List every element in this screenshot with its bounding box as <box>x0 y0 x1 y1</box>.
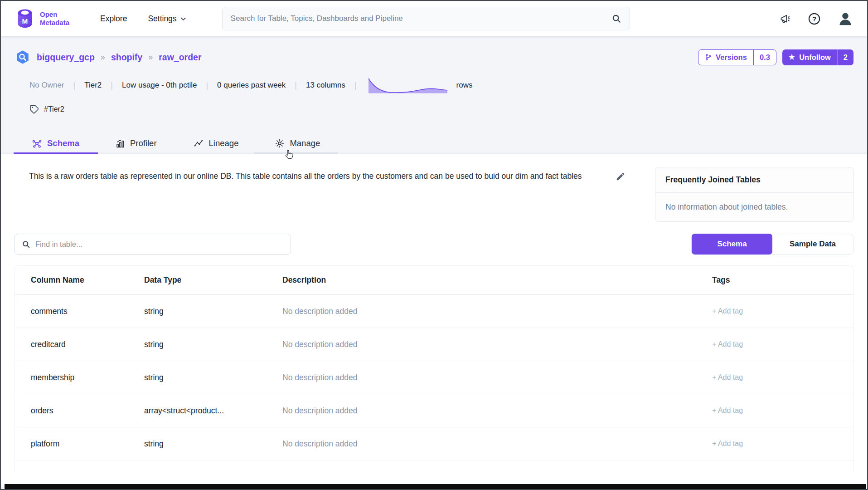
column-description: No description added <box>282 439 712 449</box>
chevron-down-icon <box>180 15 187 22</box>
table-row: comments string No description added + A… <box>15 295 853 328</box>
find-in-table <box>15 234 291 255</box>
table-row: orders array<struct<product... No descri… <box>15 394 853 427</box>
queries-label: 0 queries past week <box>217 81 286 90</box>
frequently-joined-card: Frequently Joined Tables No information … <box>655 167 853 222</box>
rows-label: rows <box>456 81 473 90</box>
add-tag-button[interactable]: + Add tag <box>712 307 837 315</box>
columns-count-label: 13 columns <box>306 81 345 90</box>
mouse-cursor <box>284 149 294 161</box>
tag-icon <box>29 104 39 114</box>
profiler-tab-icon <box>116 138 125 149</box>
column-type: string <box>144 439 282 449</box>
table-description: This is a raw orders table as represente… <box>29 170 606 182</box>
column-type-expandable[interactable]: array<struct<product... <box>144 406 282 416</box>
window-bottom-edge <box>5 484 866 489</box>
add-tag-button[interactable]: + Add tag <box>712 407 837 415</box>
breadcrumb-separator: » <box>148 53 153 62</box>
primary-nav: Explore Settings <box>100 14 187 24</box>
unfollow-button[interactable]: ★ Unfollow 2 <box>782 49 853 65</box>
col-header-name: Column Name <box>31 275 144 285</box>
announcements-button[interactable] <box>779 13 791 25</box>
column-description: No description added <box>282 307 712 316</box>
search-icon <box>22 240 30 249</box>
unfollow-label: Unfollow <box>799 53 831 62</box>
columns-table: Column Name Data Type Description Tags c… <box>15 265 853 472</box>
description-block: This is a raw orders table as represente… <box>15 170 655 183</box>
user-avatar-icon <box>837 10 853 27</box>
versions-label: Versions <box>716 53 747 62</box>
column-name: membership <box>31 373 144 382</box>
usage-label: Low usage - 0th pctile <box>122 81 197 90</box>
star-icon: ★ <box>789 54 795 61</box>
edit-description-button[interactable] <box>616 172 626 183</box>
search-icon[interactable] <box>611 14 621 24</box>
tab-lineage[interactable]: Lineage <box>188 138 244 148</box>
help-button[interactable]: ? <box>808 12 821 25</box>
followers-count[interactable]: 2 <box>837 49 853 65</box>
openmetadata-logo[interactable]: M Open Metadata <box>15 8 69 29</box>
entity-meta-row: No Owner | Tier2 | Low usage - 0th pctil… <box>15 76 853 94</box>
table-header-row: Column Name Data Type Description Tags <box>15 266 853 295</box>
version-value: 0.3 <box>753 50 776 65</box>
breadcrumb-schema[interactable]: shopify <box>111 52 142 63</box>
tier-label: Tier2 <box>84 81 102 90</box>
nav-settings[interactable]: Settings <box>148 14 186 24</box>
tab-profiler[interactable]: Profiler <box>110 138 162 149</box>
col-header-type: Data Type <box>144 275 282 285</box>
owner-label: No Owner <box>29 81 64 90</box>
add-tag-button[interactable]: + Add tag <box>712 373 837 382</box>
tab-schema[interactable]: Schema <box>26 138 85 149</box>
schema-panel: This is a raw orders table as represente… <box>1 154 867 485</box>
table-row: membership string No description added +… <box>15 361 853 394</box>
column-type: string <box>144 307 282 316</box>
active-tab-indicator <box>14 152 98 154</box>
tags-row: #Tier2 <box>15 104 853 114</box>
versions-button[interactable]: Versions 0.3 <box>698 49 776 65</box>
table-controls: Schema Sample Data <box>15 234 853 255</box>
column-name: orders <box>31 406 144 416</box>
column-name: comments <box>31 307 144 316</box>
app-window: M Open Metadata Explore Settings <box>0 0 868 490</box>
user-avatar[interactable] <box>837 10 853 27</box>
meta-separator: | <box>286 81 306 90</box>
tier-tag-label[interactable]: #Tier2 <box>44 105 64 113</box>
git-branch-icon <box>705 53 712 61</box>
table-row: creditcard string No description added +… <box>15 328 853 361</box>
nav-explore[interactable]: Explore <box>100 14 127 24</box>
meta-separator: | <box>64 81 85 90</box>
svg-text:M: M <box>22 17 28 25</box>
global-search-input[interactable] <box>231 14 611 23</box>
entity-tabs: Schema Profiler Lin <box>15 132 853 154</box>
column-description: No description added <box>282 406 712 416</box>
lineage-tab-icon <box>193 139 204 148</box>
hovered-tab-indicator <box>254 152 338 154</box>
entity-header: bigquery_gcp » shopify » raw_order Versi… <box>15 49 853 65</box>
global-search <box>222 7 630 30</box>
megaphone-icon <box>779 13 791 25</box>
meta-separator: | <box>345 81 366 90</box>
tab-manage[interactable]: Manage <box>269 138 325 148</box>
logo-wordmark: Open Metadata <box>40 10 69 26</box>
svg-text:?: ? <box>812 15 816 22</box>
find-in-table-input[interactable] <box>35 240 284 249</box>
gear-icon <box>275 138 285 148</box>
pencil-icon <box>616 172 626 181</box>
toggle-sample-data-button[interactable]: Sample Data <box>772 234 853 255</box>
row-count-sparkline <box>368 76 448 94</box>
add-tag-button[interactable]: + Add tag <box>712 440 837 448</box>
toggle-schema-button[interactable]: Schema <box>692 234 772 255</box>
bigquery-service-icon <box>15 49 31 65</box>
table-row: platform string No description added + A… <box>15 427 853 461</box>
schema-tab-icon <box>32 138 42 149</box>
add-tag-button[interactable]: + Add tag <box>712 340 837 348</box>
navbar-actions: ? <box>779 10 853 27</box>
table-row-partial <box>15 461 853 472</box>
column-type: string <box>144 340 282 349</box>
joined-card-title: Frequently Joined Tables <box>655 167 853 193</box>
breadcrumb-service[interactable]: bigquery_gcp <box>37 52 95 63</box>
column-name: creditcard <box>31 340 144 349</box>
help-icon: ? <box>808 12 821 25</box>
breadcrumb-table[interactable]: raw_order <box>159 52 201 63</box>
schema-sample-toggle: Schema Sample Data <box>691 234 853 255</box>
